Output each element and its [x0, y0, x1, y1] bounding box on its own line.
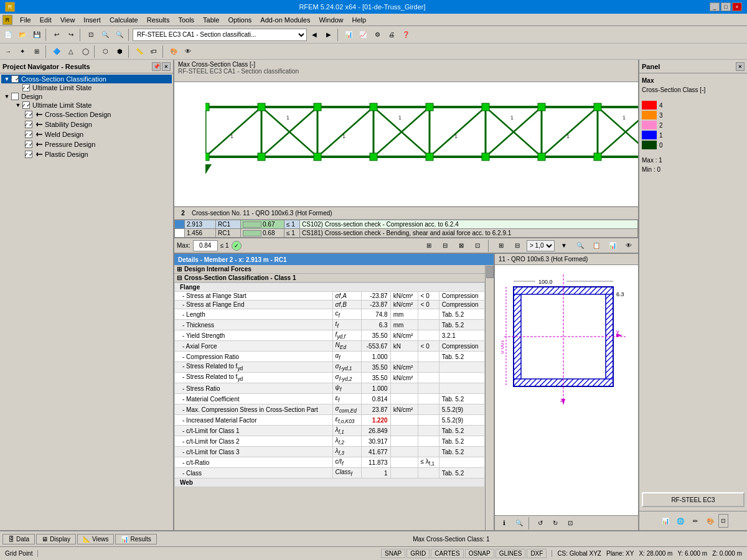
- module-dropdown[interactable]: RF-STEEL EC3 CA1 - Section classificati.…: [133, 29, 307, 41]
- tb-res-5[interactable]: ⊞: [494, 239, 508, 253]
- tb2-label[interactable]: 🏷: [147, 45, 161, 58]
- module-button[interactable]: RF-STEEL EC3: [642, 492, 745, 507]
- checkbox-csd[interactable]: ✓: [25, 111, 32, 118]
- filter-dropdown[interactable]: > 1,0: [527, 240, 555, 251]
- close-btn[interactable]: ×: [732, 2, 742, 11]
- tb-new[interactable]: 📄: [1, 28, 15, 42]
- cs-zoom[interactable]: ⊡: [563, 516, 577, 530]
- pf-btn4[interactable]: 🎨: [703, 514, 717, 528]
- section-design-forces[interactable]: ⊞ Design Internal Forces: [174, 265, 485, 274]
- tb-res-8[interactable]: 📋: [590, 239, 603, 253]
- display-button[interactable]: 🖥 Display: [36, 534, 76, 544]
- tree-item-weld-design[interactable]: ✓ Weld Design: [1, 129, 172, 139]
- snap-btn[interactable]: SNAP: [381, 549, 405, 558]
- tb-res-3[interactable]: ⊠: [454, 239, 468, 253]
- checkbox-sd[interactable]: ✓: [25, 121, 32, 128]
- tree-item-uls-design[interactable]: ▼ ✓ Ultimate Limit State: [1, 101, 172, 110]
- tb-undo[interactable]: ↩: [50, 28, 63, 42]
- menu-insert[interactable]: Insert: [80, 15, 105, 25]
- maximize-btn[interactable]: □: [721, 2, 731, 11]
- tree-item-plastic-design[interactable]: ✓ Plastic Design: [1, 149, 172, 159]
- tb2-btn8[interactable]: ⬢: [113, 45, 126, 58]
- tb-redo[interactable]: ↪: [64, 28, 78, 42]
- data-button[interactable]: 🗄 Data: [2, 534, 35, 544]
- results-button[interactable]: 📊 Results: [115, 534, 156, 544]
- cs-search[interactable]: 🔍: [512, 516, 526, 530]
- tb2-btn5[interactable]: △: [64, 45, 78, 58]
- tb-open[interactable]: 📂: [16, 28, 29, 42]
- tb-res-filter[interactable]: ▼: [557, 239, 571, 253]
- checkbox-pd[interactable]: ✓: [25, 141, 32, 148]
- max-value-input[interactable]: [193, 240, 218, 251]
- menu-table[interactable]: Table: [199, 15, 223, 25]
- tb-zoom-all[interactable]: ⊡: [84, 28, 98, 42]
- tree-item-cross-section-classification[interactable]: ▼ ✓ Cross-Section Classification: [1, 75, 172, 83]
- menu-options[interactable]: Options: [224, 15, 255, 25]
- tb-zoom-out[interactable]: 🔍: [113, 28, 126, 42]
- checkbox-design[interactable]: [11, 93, 19, 100]
- scrollbar-thumb[interactable]: [486, 266, 494, 278]
- pf-btn1[interactable]: 📊: [659, 514, 672, 528]
- checkbox-cross-section[interactable]: ✓: [11, 75, 19, 83]
- menu-results[interactable]: Results: [143, 15, 174, 25]
- menu-file[interactable]: File: [16, 15, 35, 25]
- tree-item-stability-design[interactable]: ✓ Stability Design: [1, 119, 172, 129]
- menu-edit[interactable]: Edit: [36, 15, 55, 25]
- tb2-color[interactable]: 🎨: [167, 45, 181, 58]
- grid-btn[interactable]: GRID: [406, 549, 430, 558]
- menu-calculate[interactable]: Calculate: [106, 15, 142, 25]
- osnap-btn[interactable]: OSNAP: [465, 549, 494, 558]
- checkbox-pld[interactable]: ✓: [25, 151, 32, 158]
- tb-btn5[interactable]: ❓: [399, 28, 413, 42]
- tb2-btn4[interactable]: 🔷: [50, 45, 63, 58]
- details-table-container[interactable]: ⊞ Design Internal Forces ⊟ Cross-Section…: [174, 265, 485, 530]
- tb-res-6[interactable]: ⊟: [510, 239, 524, 253]
- checkbox-wd[interactable]: ✓: [25, 131, 32, 138]
- glines-btn[interactable]: GLINES: [496, 549, 526, 558]
- tb-btn2[interactable]: 📈: [356, 28, 370, 42]
- menu-help[interactable]: Help: [349, 15, 370, 25]
- views-button[interactable]: 📐 Views: [77, 534, 115, 544]
- tb2-btn1[interactable]: →: [1, 45, 15, 58]
- tb-res-9[interactable]: 📊: [606, 239, 619, 253]
- tb-zoom-in[interactable]: 🔍: [98, 28, 112, 42]
- menu-addon[interactable]: Add-on Modules: [256, 15, 314, 25]
- tree-item-pressure-design[interactable]: ✓ Pressure Design: [1, 139, 172, 149]
- tree-item-cross-section-design[interactable]: ✓ Cross-Section Design: [1, 110, 172, 119]
- menu-tools[interactable]: Tools: [174, 15, 198, 25]
- tb-btn3[interactable]: ⚙: [370, 28, 384, 42]
- details-scrollbar[interactable]: [485, 265, 494, 530]
- menu-view[interactable]: View: [57, 15, 79, 25]
- tb2-btn2[interactable]: ✦: [16, 45, 29, 58]
- tb2-view[interactable]: 👁: [181, 45, 195, 58]
- tb2-btn3[interactable]: ⊞: [30, 45, 44, 58]
- tb-res-2[interactable]: ⊟: [438, 239, 452, 253]
- tb-res-4[interactable]: ⊡: [471, 239, 484, 253]
- panel-close-btn[interactable]: ×: [736, 62, 745, 71]
- tb-res-1[interactable]: ⊞: [422, 239, 436, 253]
- tb-btn4[interactable]: 🖨: [385, 28, 398, 42]
- tb-btn1[interactable]: 📊: [342, 28, 355, 42]
- cs-rotate[interactable]: ↺: [533, 516, 547, 530]
- pf-zoom[interactable]: ⊡: [718, 514, 728, 528]
- tb2-btn7[interactable]: ⬡: [98, 45, 112, 58]
- tree-item-design[interactable]: ▼ Design: [1, 92, 172, 101]
- dxf-btn[interactable]: DXF: [527, 549, 547, 558]
- tb-nav-next[interactable]: ▶: [322, 28, 336, 42]
- pf-btn3[interactable]: ✏: [688, 514, 702, 528]
- cs-flip[interactable]: ↻: [548, 516, 562, 530]
- section-cs-class[interactable]: ⊟ Cross-Section Classification - Class 1: [174, 274, 485, 282]
- tb2-measure[interactable]: 📏: [133, 45, 146, 58]
- tb-res-eye[interactable]: 👁: [622, 239, 636, 253]
- cs-info[interactable]: ℹ: [497, 516, 511, 530]
- tb-nav-prev[interactable]: ◀: [308, 28, 321, 42]
- tb-res-7[interactable]: 🔍: [573, 239, 587, 253]
- minimize-btn[interactable]: _: [710, 2, 720, 11]
- cartes-btn[interactable]: CARTES: [431, 549, 463, 558]
- tb-save[interactable]: 💾: [30, 28, 44, 42]
- nav-close[interactable]: ×: [162, 62, 171, 71]
- pf-btn2[interactable]: 🌐: [674, 514, 687, 528]
- tree-item-ultimate-limit-state-1[interactable]: ✓ Ultimate Limit State: [1, 83, 172, 92]
- checkbox-uls1[interactable]: ✓: [22, 84, 30, 91]
- checkbox-uls-design[interactable]: ✓: [22, 101, 30, 109]
